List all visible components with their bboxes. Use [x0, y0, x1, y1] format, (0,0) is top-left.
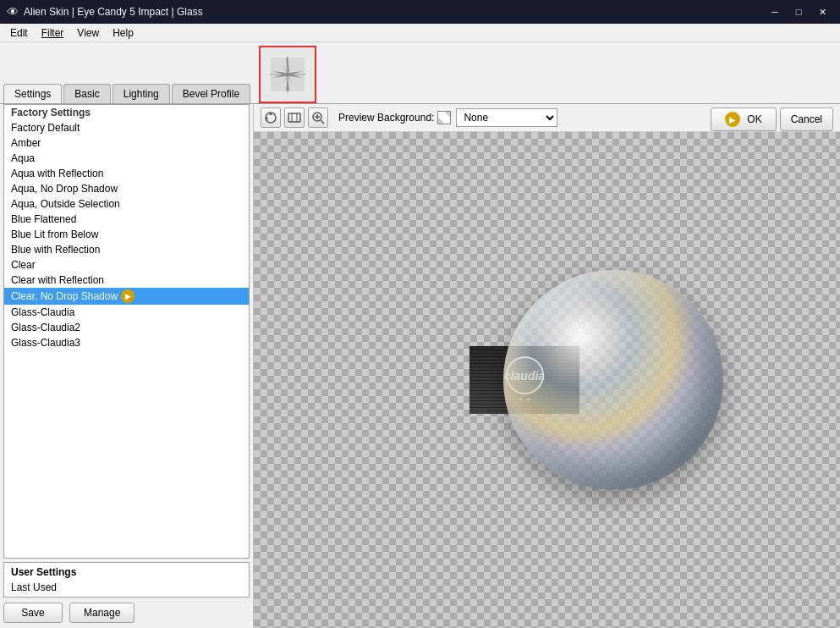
left-panel: Factory Settings Factory Default Amber A…	[0, 104, 254, 628]
user-settings-section: User Settings Last Used	[3, 562, 250, 598]
cancel-button[interactable]: Cancel	[780, 107, 833, 131]
content-area: Factory Settings Factory Default Amber A…	[0, 103, 840, 628]
list-item-clear[interactable]: Clear	[4, 257, 249, 273]
list-item-blue-flattened[interactable]: Blue Flattened	[4, 212, 249, 227]
tab-bar: Settings Basic Lighting Bevel Profile	[0, 42, 840, 103]
minimize-button[interactable]: ─	[764, 3, 786, 20]
list-item-glass-claudia[interactable]: Glass-Claudia	[4, 305, 249, 320]
list-item-glass-claudia3[interactable]: Glass-Claudia3	[4, 335, 249, 350]
preview-bg-label: Preview Background:	[338, 112, 434, 124]
bottom-buttons: Save Manage	[0, 598, 253, 628]
preview-thumbnail	[259, 46, 316, 103]
tab-bevel-profile[interactable]: Bevel Profile	[172, 84, 250, 103]
menu-view[interactable]: View	[70, 25, 106, 41]
glass-sphere	[503, 270, 723, 490]
tab-basic[interactable]: Basic	[63, 84, 110, 103]
settings-list[interactable]: Factory Settings Factory Default Amber A…	[3, 104, 250, 559]
list-item-amber[interactable]: Amber	[4, 135, 249, 151]
view-button[interactable]	[284, 107, 305, 128]
list-item-aqua-outside[interactable]: Aqua, Outside Selection	[4, 196, 249, 212]
list-item-clear-reflection[interactable]: Clear with Reflection	[4, 273, 249, 288]
list-item-factory-default[interactable]: Factory Default	[4, 120, 249, 135]
close-button[interactable]: ✕	[811, 3, 833, 20]
list-item-last-used[interactable]: Last Used	[4, 580, 249, 595]
list-item-blue-reflection[interactable]: Blue with Reflection	[4, 242, 249, 257]
main-window: Settings Basic Lighting Bevel Profile	[0, 42, 840, 628]
factory-settings-header-item[interactable]: Factory Settings	[4, 105, 249, 120]
manage-button[interactable]: Manage	[69, 603, 135, 623]
list-item-clear-no-drop[interactable]: Clear, No Drop Shadow ▶	[4, 288, 249, 305]
svg-line-9	[321, 120, 324, 124]
zoom-button[interactable]	[308, 107, 328, 128]
right-toolbar: Preview Background: None White Black Cus…	[254, 104, 840, 132]
app-icon: 👁	[7, 5, 19, 19]
list-item-blue-lit[interactable]: Blue Lit from Below	[4, 227, 249, 242]
menu-bar: Edit Filter View Help	[0, 24, 840, 42]
list-item-aqua-reflection[interactable]: Aqua with Reflection	[4, 166, 249, 181]
list-item-aqua-no-drop[interactable]: Aqua, No Drop Shadow	[4, 181, 249, 196]
menu-filter[interactable]: Filter	[35, 25, 71, 41]
title-text: Alien Skin | Eye Candy 5 Impact | Glass	[24, 6, 764, 18]
svg-rect-5	[288, 113, 300, 122]
user-settings-header[interactable]: User Settings	[4, 565, 249, 580]
ok-cancel-area: ▶ OK Cancel	[711, 107, 833, 131]
list-item-glass-claudia2[interactable]: Glass-Claudia2	[4, 320, 249, 335]
menu-help[interactable]: Help	[106, 25, 140, 41]
tab-settings[interactable]: Settings	[3, 84, 62, 103]
rotate-button[interactable]	[261, 107, 281, 128]
menu-edit[interactable]: Edit	[3, 25, 35, 41]
preview-canvas: claudia ✦ ✦	[254, 132, 840, 628]
settings-list-container: Factory Settings Factory Default Amber A…	[0, 104, 253, 559]
ok-button[interactable]: ▶ OK	[711, 107, 776, 131]
title-bar: 👁 Alien Skin | Eye Candy 5 Impact | Glas…	[0, 0, 840, 24]
save-button[interactable]: Save	[3, 603, 63, 623]
list-item-aqua[interactable]: Aqua	[4, 151, 249, 166]
preview-bg-select[interactable]: None White Black Custom	[456, 108, 557, 127]
right-panel: Preview Background: None White Black Cus…	[254, 104, 840, 628]
tab-lighting[interactable]: Lighting	[113, 84, 170, 103]
maximize-button[interactable]: □	[788, 3, 810, 20]
